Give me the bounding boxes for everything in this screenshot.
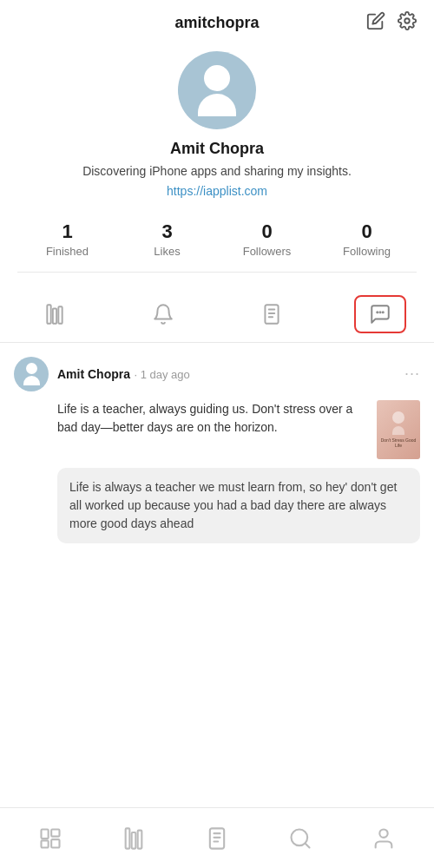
svg-rect-12 <box>42 840 49 847</box>
bookshelf-tab[interactable] <box>29 295 81 333</box>
profile-section: Amit Chopra Discovering iPhone apps and … <box>0 43 434 286</box>
page-title: amitchopra <box>174 14 259 32</box>
stat-likes-number: 3 <box>161 220 172 243</box>
search-nav[interactable] <box>274 817 326 860</box>
svg-rect-11 <box>42 829 49 838</box>
svg-rect-18 <box>210 828 224 848</box>
activity-tab[interactable] <box>354 295 406 333</box>
svg-rect-4 <box>265 305 278 324</box>
feed-post: Amit Chopra · 1 day ago ··· Life is a te… <box>14 357 420 543</box>
svg-point-24 <box>379 829 387 837</box>
stat-finished-number: 1 <box>62 220 72 243</box>
svg-rect-13 <box>51 829 59 836</box>
post-book-thumbnail[interactable]: Don't Stress Good Life <box>377 400 420 459</box>
notifications-tab[interactable] <box>137 295 189 333</box>
avatar-person <box>198 65 236 116</box>
header: amitchopra <box>0 0 434 43</box>
svg-point-9 <box>379 312 380 312</box>
stat-followers-number: 0 <box>261 220 272 243</box>
notes-nav[interactable] <box>191 817 243 860</box>
stat-following-label: Following <box>343 245 391 258</box>
profile-bio: Discovering iPhone apps and sharing my i… <box>82 163 352 181</box>
stat-followers[interactable]: 0 Followers <box>228 220 306 258</box>
profile-name: Amit Chopra <box>170 140 264 158</box>
stat-likes: 3 Likes <box>128 220 207 258</box>
feed: Amit Chopra · 1 day ago ··· Life is a te… <box>0 343 434 543</box>
svg-rect-1 <box>47 305 50 324</box>
edit-icon[interactable] <box>366 11 385 36</box>
inner-tabs <box>0 286 434 343</box>
profile-link[interactable]: https://iapplist.com <box>167 184 267 198</box>
post-body: Life is a teacher, always guiding us. Do… <box>14 400 420 459</box>
svg-point-8 <box>377 312 378 312</box>
stat-finished: 1 Finished <box>29 220 107 258</box>
post-quote: Life is always a teacher we must learn f… <box>57 468 420 543</box>
home-nav[interactable] <box>24 817 76 860</box>
svg-rect-14 <box>51 839 59 847</box>
svg-line-23 <box>305 843 309 847</box>
post-avatar <box>14 357 49 391</box>
avatar <box>178 51 256 129</box>
profile-nav[interactable] <box>358 817 410 860</box>
stat-followers-label: Followers <box>243 245 292 258</box>
notes-tab[interactable] <box>246 295 298 333</box>
book-thumb-inner: Don't Stress Good Life <box>377 400 420 459</box>
book-body <box>392 426 404 435</box>
svg-rect-15 <box>126 828 130 848</box>
bottom-nav <box>0 807 434 868</box>
header-actions <box>366 11 417 36</box>
stat-following-number: 0 <box>361 220 372 243</box>
post-avatar-body <box>23 376 40 385</box>
post-text: Life is a teacher, always guiding us. Do… <box>57 400 368 437</box>
svg-point-10 <box>382 312 383 312</box>
post-author: Amit Chopra <box>57 367 130 381</box>
stats-row: 1 Finished 3 Likes 0 Followers 0 Followi… <box>17 212 417 273</box>
svg-rect-16 <box>132 832 136 849</box>
avatar-head <box>204 65 230 91</box>
post-meta: Amit Chopra · 1 day ago <box>57 366 396 382</box>
library-nav[interactable] <box>108 817 160 860</box>
svg-rect-2 <box>52 308 56 323</box>
svg-rect-17 <box>138 830 142 848</box>
stat-following[interactable]: 0 Following <box>328 220 406 258</box>
post-time: · 1 day ago <box>134 368 189 381</box>
svg-point-0 <box>404 18 410 23</box>
stat-finished-label: Finished <box>46 245 89 258</box>
avatar-body <box>198 94 236 116</box>
post-header: Amit Chopra · 1 day ago ··· <box>14 357 420 391</box>
settings-icon[interactable] <box>398 11 417 36</box>
book-figure <box>392 411 404 424</box>
svg-rect-3 <box>58 306 62 324</box>
post-more-button[interactable]: ··· <box>404 365 420 383</box>
book-title-text: Don't Stress Good Life <box>380 437 417 448</box>
post-avatar-head <box>26 363 37 374</box>
stat-likes-label: Likes <box>154 245 180 258</box>
